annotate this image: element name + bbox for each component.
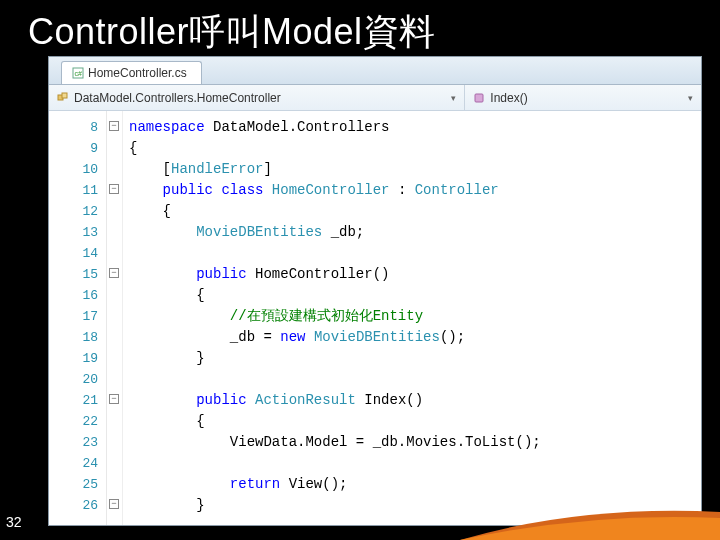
csharp-file-icon: c# [72, 67, 84, 79]
line-number: 20 [49, 369, 98, 390]
line-number: 16 [49, 285, 98, 306]
svg-text:c#: c# [75, 70, 83, 77]
line-number: 23 [49, 432, 98, 453]
member-dropdown[interactable]: Index() ▾ [465, 85, 701, 110]
line-number: 12 [49, 201, 98, 222]
member-label: Index() [490, 91, 527, 105]
file-tab-label: HomeController.cs [88, 66, 187, 80]
navigation-bar: DataModel.Controllers.HomeController ▾ I… [49, 85, 701, 111]
line-number: 17 [49, 306, 98, 327]
chevron-down-icon: ▾ [688, 93, 693, 103]
line-number: 10 [49, 159, 98, 180]
chevron-down-icon: ▾ [451, 93, 456, 103]
fold-toggle[interactable]: − [109, 184, 119, 194]
fold-toggle[interactable]: − [109, 394, 119, 404]
class-dropdown[interactable]: DataModel.Controllers.HomeController ▾ [49, 85, 465, 110]
outline-margin: −−−−− [107, 111, 123, 525]
svg-rect-4 [475, 94, 483, 102]
line-number: 18 [49, 327, 98, 348]
fold-toggle[interactable]: − [109, 499, 119, 509]
line-number: 24 [49, 453, 98, 474]
slide-title: Controller呼叫Model資料 [0, 0, 720, 63]
method-icon [473, 92, 485, 104]
file-tab[interactable]: c# HomeController.cs [61, 61, 202, 84]
code-editor[interactable]: 891011121314151617181920212223242526 −−−… [49, 111, 701, 525]
line-number: 11 [49, 180, 98, 201]
class-path-label: DataModel.Controllers.HomeController [74, 91, 281, 105]
line-number: 15 [49, 264, 98, 285]
line-number-gutter: 891011121314151617181920212223242526 [49, 111, 107, 525]
line-number: 19 [49, 348, 98, 369]
line-number: 13 [49, 222, 98, 243]
line-number: 26 [49, 495, 98, 516]
page-number: 32 [6, 514, 22, 530]
tab-strip: c# HomeController.cs [49, 57, 701, 85]
class-icon [57, 92, 69, 104]
svg-rect-3 [62, 93, 67, 98]
line-number: 9 [49, 138, 98, 159]
fold-toggle[interactable]: − [109, 121, 119, 131]
fold-toggle[interactable]: − [109, 268, 119, 278]
line-number: 25 [49, 474, 98, 495]
ide-window: c# HomeController.cs DataModel.Controlle… [48, 56, 702, 526]
line-number: 8 [49, 117, 98, 138]
code-area[interactable]: namespace DataModel.Controllers { [Handl… [123, 111, 701, 525]
line-number: 21 [49, 390, 98, 411]
line-number: 22 [49, 411, 98, 432]
line-number: 14 [49, 243, 98, 264]
